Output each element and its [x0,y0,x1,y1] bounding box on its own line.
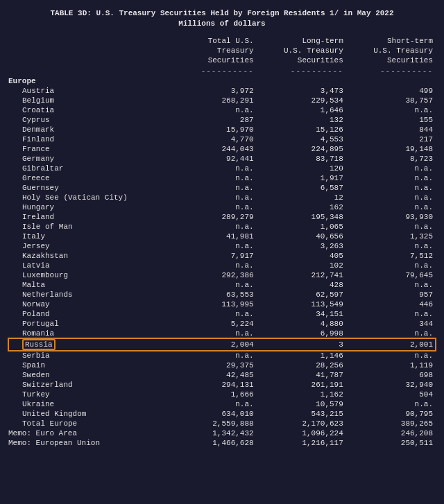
highlighted-shortterm: 2,001 [346,338,436,351]
row-country: Jersey [8,241,176,251]
row-shortterm: 389,265 [346,419,436,428]
row-longterm: 1,096,224 [257,428,346,438]
row-total: 634,010 [176,409,257,419]
row-shortterm: 7,512 [346,251,436,261]
row-longterm: 229,534 [257,96,346,105]
row-country: Ireland [8,212,176,222]
col-header-shortterm: Short-termU.S. TreasurySecurities [346,35,436,67]
table-row: Portugal5,2244,880344 [8,319,436,329]
row-total: n.a. [176,399,257,409]
table-row: Total Europe2,559,8882,170,623389,265 [8,419,436,428]
table-row: Ukrainen.a.10,579n.a. [8,399,436,409]
row-longterm: 1,646 [257,105,346,115]
row-total: 294,131 [176,380,257,390]
row-country: Memo: European Union [8,438,176,448]
row-total: 42,485 [176,370,257,380]
table-row: Kazakhstan7,9174057,512 [8,251,436,261]
row-country: Ukraine [8,399,176,409]
data-table: Total U.S.TreasurySecurities Long-termU.… [8,35,436,448]
header-divider-row: ---------- ---------- ---------- [8,67,436,76]
row-shortterm: 217 [346,134,436,144]
table-row: Polandn.a.34,151n.a. [8,309,436,319]
row-country: Hungary [8,202,176,212]
row-longterm: 15,126 [257,125,346,134]
row-shortterm: n.a. [346,351,436,360]
table-row: Italy41,98140,6561,325 [8,232,436,241]
row-total: n.a. [176,351,257,360]
table-row: Denmark15,97015,126844 [8,125,436,134]
row-shortterm: 1,325 [346,232,436,241]
row-country: Austria [8,86,176,96]
row-total: 63,553 [176,290,257,299]
table-row: Germany92,44183,7188,723 [8,154,436,164]
row-longterm: 1,065 [257,222,346,232]
row-total: 3,972 [176,86,257,96]
row-longterm: 132 [257,115,346,125]
row-country: Gibraltar [8,164,176,173]
row-longterm: 428 [257,280,346,290]
table-row: Romanian.a.6,998n.a. [8,329,436,338]
row-total: 1,666 [176,390,257,399]
row-shortterm: 79,645 [346,270,436,280]
row-longterm: 162 [257,202,346,212]
row-shortterm: 957 [346,290,436,299]
row-total: 244,043 [176,144,257,154]
row-longterm: 1,216,117 [257,438,346,448]
row-total: 289,279 [176,212,257,222]
table-row: United Kingdom634,010543,21590,795 [8,409,436,419]
table-row: Latvian.a.102n.a. [8,261,436,270]
row-longterm: 261,191 [257,380,346,390]
row-shortterm: 93,930 [346,212,436,222]
table-row: Gibraltarn.a.120n.a. [8,164,436,173]
row-country: Germany [8,154,176,164]
row-longterm: 6,998 [257,329,346,338]
row-country: Spain [8,360,176,370]
row-total: n.a. [176,222,257,232]
highlighted-total: 2,004 [176,338,257,351]
table-row: Jerseyn.a.3,263n.a. [8,241,436,251]
row-longterm: 28,256 [257,360,346,370]
row-total: n.a. [176,241,257,251]
table-row: France244,043224,89519,148 [8,144,436,154]
col-header-country [8,35,176,67]
table-row: Finland4,7704,553217 [8,134,436,144]
row-shortterm: 246,208 [346,428,436,438]
row-total: 292,386 [176,270,257,280]
table-row: Isle of Mann.a.1,065n.a. [8,222,436,232]
row-longterm: 195,348 [257,212,346,222]
table-row: Guernseyn.a.6,587n.a. [8,183,436,193]
row-country: Finland [8,134,176,144]
row-longterm: 2,170,623 [257,419,346,428]
table-row: Luxembourg292,386212,74179,645 [8,270,436,280]
row-country: Memo: Euro Area [8,428,176,438]
row-total: 92,441 [176,154,257,164]
row-country: Isle of Man [8,222,176,232]
row-total: 1,466,628 [176,438,257,448]
highlighted-longterm: 3 [257,338,346,351]
row-country: Total Europe [8,419,176,428]
row-shortterm: 8,723 [346,154,436,164]
row-shortterm: n.a. [346,329,436,338]
table-row: Cyprus287132155 [8,115,436,125]
table-row: Norway113,995113,549446 [8,299,436,309]
row-longterm: 224,895 [257,144,346,154]
row-shortterm: n.a. [346,309,436,319]
row-country: Malta [8,280,176,290]
divider-total: ---------- [176,67,257,76]
header-row: Total U.S.TreasurySecurities Long-termU.… [8,35,436,67]
row-shortterm: n.a. [346,241,436,251]
row-country: Kazakhstan [8,251,176,261]
row-total: n.a. [176,309,257,319]
row-total: 41,981 [176,232,257,241]
row-longterm: 3,473 [257,86,346,96]
row-total: n.a. [176,193,257,202]
row-country: France [8,144,176,154]
row-shortterm: 250,511 [346,438,436,448]
col-header-total: Total U.S.TreasurySecurities [176,35,257,67]
row-country: Switzerland [8,380,176,390]
row-country: Croatia [8,105,176,115]
table-row: Sweden42,48541,787698 [8,370,436,380]
table-row: Russia2,00432,001 [8,338,436,351]
row-total: n.a. [176,173,257,183]
table-row: Ireland289,279195,34893,930 [8,212,436,222]
